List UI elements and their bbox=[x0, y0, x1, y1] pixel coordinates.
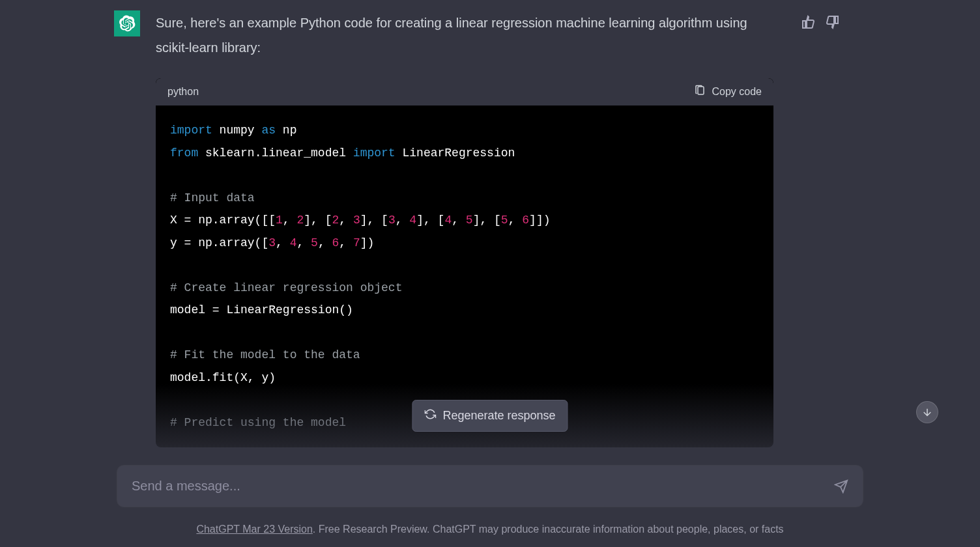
copy-code-label: Copy code bbox=[712, 86, 762, 98]
feedback-controls bbox=[801, 14, 840, 30]
clipboard-icon bbox=[694, 85, 706, 99]
copy-code-button[interactable]: Copy code bbox=[694, 85, 762, 99]
svg-rect-0 bbox=[698, 87, 704, 94]
message-input-bar bbox=[117, 466, 863, 507]
regenerate-response-button[interactable]: Regenerate response bbox=[412, 400, 568, 432]
version-link[interactable]: ChatGPT Mar 23 Version bbox=[196, 524, 312, 535]
regenerate-label: Regenerate response bbox=[442, 409, 555, 423]
thumbs-up-button[interactable] bbox=[801, 14, 816, 30]
message-text: Sure, here's an example Python code for … bbox=[156, 10, 781, 60]
disclaimer-text: . Free Research Preview. ChatGPT may pro… bbox=[313, 524, 784, 535]
message-input[interactable] bbox=[132, 479, 834, 494]
message-body: Sure, here's an example Python code for … bbox=[156, 10, 781, 447]
assistant-message: Sure, here's an example Python code for … bbox=[0, 0, 980, 447]
chatgpt-avatar bbox=[114, 10, 140, 36]
code-header: python Copy code bbox=[156, 78, 773, 106]
code-content: import numpy as np from sklearn.linear_m… bbox=[156, 106, 773, 447]
thumbs-down-button[interactable] bbox=[824, 14, 840, 30]
send-button[interactable] bbox=[834, 479, 848, 494]
code-language-label: python bbox=[167, 86, 199, 98]
code-block: python Copy code import numpy as np from… bbox=[156, 78, 773, 447]
scroll-to-bottom-button[interactable] bbox=[916, 401, 938, 423]
footer-disclaimer: ChatGPT Mar 23 Version. Free Research Pr… bbox=[0, 524, 980, 535]
refresh-icon bbox=[424, 408, 436, 423]
